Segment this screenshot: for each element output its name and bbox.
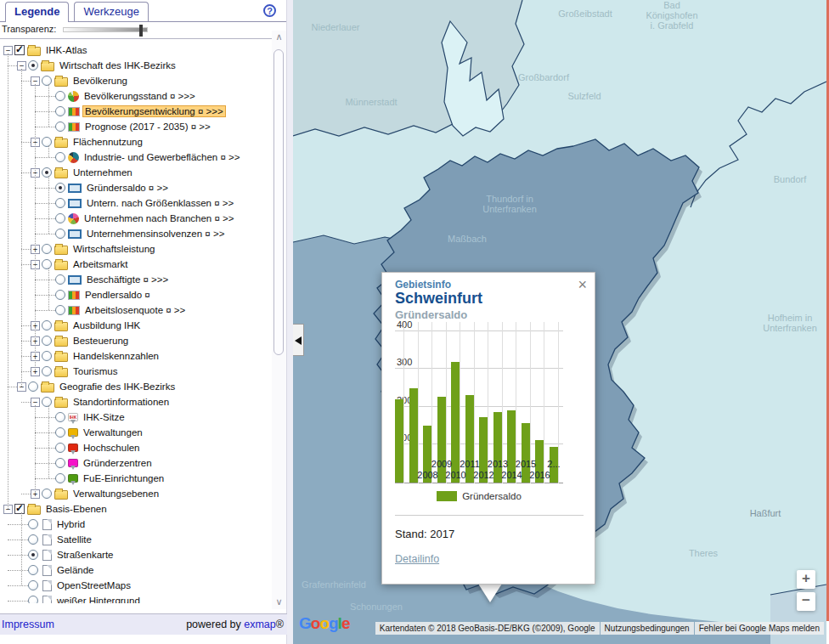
detailinfo-link[interactable]: Detailinfo (395, 553, 439, 565)
scrollbar-thumb[interactable] (274, 49, 284, 355)
layer-radio[interactable] (55, 213, 65, 223)
layer-radio[interactable] (28, 534, 38, 545)
tree-item-label[interactable]: Standortinformationen (71, 397, 171, 407)
tree-item[interactable]: Bevölkerungsstand ¤ >>> (0, 88, 270, 104)
tree-item[interactable]: Bevölkerungsentwicklung ¤ >>> (0, 104, 270, 119)
layer-radio[interactable] (55, 443, 65, 453)
tree-item[interactable]: Verwaltungen (0, 425, 270, 440)
tree-item-label[interactable]: Unternehmen (71, 167, 134, 178)
layer-radio[interactable] (42, 244, 52, 254)
zoom-out-button[interactable]: − (797, 592, 815, 611)
tree-item-label[interactable]: Arbeitslosenquote ¤ >> (83, 305, 187, 315)
tree-item[interactable]: FuE-Einrichtungen (0, 471, 270, 486)
layer-radio[interactable] (55, 198, 65, 208)
layer-radio[interactable] (55, 183, 65, 193)
layer-radio[interactable] (55, 305, 65, 315)
tree-item[interactable]: Prognose (2017 - 2035) ¤ >> (0, 119, 270, 134)
tab-werkzeuge[interactable]: Werkzeuge (74, 2, 149, 21)
scroll-down-arrow[interactable]: ∨ (272, 596, 286, 609)
layer-radio[interactable] (55, 152, 65, 162)
tree-item[interactable]: −Bevölkerung (0, 73, 270, 88)
tree-item[interactable]: weißer Hintergrund (0, 593, 270, 603)
scroll-up-arrow[interactable]: ∧ (272, 31, 286, 44)
layer-radio[interactable] (28, 565, 38, 575)
tree-item-label[interactable]: Arbeitsmarkt (71, 259, 130, 269)
tree-item-label[interactable]: Industrie- und Gewerbeflächen ¤ >> (82, 152, 241, 162)
tree-item[interactable]: Unternehmen nach Branchen ¤ >> (0, 211, 270, 226)
tree-item-label[interactable]: Straßenkarte (55, 550, 115, 560)
layer-radio[interactable] (42, 489, 52, 499)
layer-radio[interactable] (55, 274, 65, 285)
tree-item[interactable]: Straßenkarte (0, 547, 270, 562)
layer-radio[interactable] (28, 596, 38, 603)
tree-item-label[interactable]: Gründerzentren (82, 458, 154, 468)
tree-item[interactable]: +Handelskennzahlen (0, 348, 270, 364)
tree-item[interactable]: Gründerzentren (0, 455, 270, 471)
layer-radio[interactable] (28, 519, 38, 529)
layer-radio[interactable] (28, 580, 38, 590)
tree-item[interactable]: Gründersaldo ¤ >> (0, 180, 270, 195)
layer-radio[interactable] (55, 229, 65, 239)
help-icon[interactable]: ? (263, 4, 276, 17)
tree-item[interactable]: Pendlersaldo ¤ (0, 287, 270, 302)
tree-item[interactable]: OpenStreetMaps (0, 578, 270, 593)
tree-item[interactable]: Satellite (0, 532, 270, 547)
layer-radio[interactable] (42, 137, 52, 147)
zoom-in-button[interactable]: + (797, 570, 815, 589)
tree-item-label[interactable]: Ausbildung IHK (71, 320, 142, 330)
tree-item[interactable]: −Unternehmen (0, 165, 270, 180)
google-logo[interactable]: Google (299, 614, 349, 633)
layer-radio[interactable] (55, 106, 65, 116)
layer-radio[interactable] (55, 458, 65, 468)
tree-item-label[interactable]: FuE-Einrichtungen (82, 473, 166, 483)
layer-radio[interactable] (42, 76, 52, 86)
tree-item[interactable]: −Wirtschaft des IHK-Bezirks (0, 58, 270, 73)
layer-radio[interactable] (55, 473, 65, 483)
report-error-link[interactable]: Fehler bei Google Maps melden (695, 622, 824, 635)
layer-radio[interactable] (28, 381, 38, 392)
tree-item[interactable]: Hochschulen (0, 440, 270, 455)
tree-item[interactable]: Gelände (0, 562, 270, 578)
tree-item[interactable]: +Besteuerung (0, 333, 270, 348)
tree-item-label[interactable]: Bevölkerungsentwicklung ¤ >>> (83, 106, 225, 116)
tree-item-label[interactable]: Besteuerung (71, 336, 130, 346)
tree-item-label[interactable]: IHK-Atlas (44, 45, 89, 55)
tree-item-label[interactable]: Prognose (2017 - 2035) ¤ >> (83, 121, 212, 132)
tree-item[interactable]: Untern. nach Größenklassen ¤ >> (0, 195, 270, 211)
tree-item-label[interactable]: Gründersaldo ¤ >> (85, 183, 170, 193)
layer-radio[interactable] (55, 290, 65, 300)
tree-item[interactable]: Hybrid (0, 517, 270, 532)
layer-radio[interactable] (42, 351, 52, 361)
layer-radio[interactable] (42, 167, 52, 178)
tree-item-label[interactable]: Basis-Ebenen (44, 504, 109, 514)
tab-legende[interactable]: Legende (5, 2, 69, 22)
tree-item-label[interactable]: Wirtschaft des IHK-Bezirks (58, 60, 178, 71)
tree-item-label[interactable]: Geografie des IHK-Bezirks (58, 381, 177, 392)
layer-radio[interactable] (42, 336, 52, 346)
tree-item[interactable]: Beschäftigte ¤ >>> (0, 272, 270, 287)
layer-radio[interactable] (28, 60, 38, 71)
tree-item-label[interactable]: Tourismus (71, 366, 119, 376)
tree-item-label[interactable]: weißer Hintergrund (55, 596, 142, 603)
tree-item-label[interactable]: Unternehmen nach Branchen ¤ >> (82, 213, 235, 223)
tree-item[interactable]: +Tourismus (0, 364, 270, 379)
tree-item-label[interactable]: Beschäftigte ¤ >>> (85, 274, 170, 285)
tree-item-label[interactable]: OpenStreetMaps (55, 580, 133, 590)
tree-item[interactable]: Industrie- und Gewerbeflächen ¤ >> (0, 150, 270, 165)
sidebar-scrollbar[interactable]: ∧ ∨ (272, 31, 286, 609)
layer-radio[interactable] (42, 259, 52, 269)
layer-radio[interactable] (28, 550, 38, 560)
layer-radio[interactable] (55, 427, 65, 438)
tree-item[interactable]: −IHK-Atlas (0, 42, 270, 58)
layer-radio[interactable] (55, 412, 65, 422)
tree-item-label[interactable]: Flächennutzung (71, 137, 144, 147)
tree-item-label[interactable]: Unternehmensinsolvenzen ¤ >> (85, 229, 226, 239)
tree-item-label[interactable]: Verwaltungsebenen (71, 489, 161, 499)
tree-item[interactable]: +Verwaltungsebenen (0, 486, 270, 501)
tree-item-label[interactable]: Hybrid (55, 519, 87, 529)
tree-item[interactable]: −Geografie des IHK-Bezirks (0, 379, 270, 394)
tree-item[interactable]: −Flächennutzung (0, 134, 270, 150)
tree-item-label[interactable]: Handelskennzahlen (71, 351, 161, 361)
tree-item[interactable]: +Wirtschaftsleistung (0, 241, 270, 257)
layer-radio[interactable] (55, 121, 65, 132)
